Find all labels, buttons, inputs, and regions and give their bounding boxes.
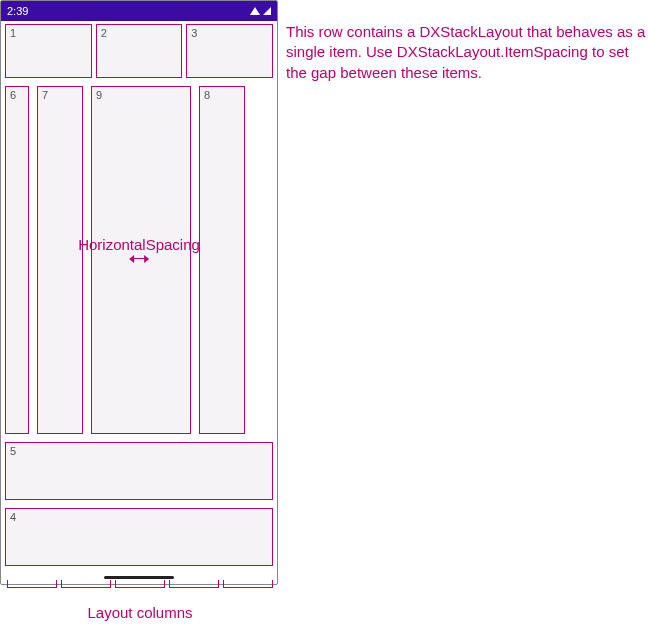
layout-columns-annotation: Layout columns — [4, 580, 276, 621]
column-bracket — [169, 580, 219, 588]
column-bracket — [223, 580, 273, 588]
column-bracket — [61, 580, 111, 588]
cell-2: 2 — [96, 24, 183, 78]
horizontal-spacing-label: HorizontalSpacing — [78, 236, 200, 253]
status-time: 2:39 — [7, 5, 28, 17]
phone-frame: 2:39 1 2 3 6 7 9 8 HorizontalSpacing — [0, 0, 278, 585]
column-brackets — [4, 580, 276, 590]
double-arrow-icon — [129, 255, 149, 263]
row-3: 5 — [5, 442, 273, 500]
row-1-stacklayout: 1 2 3 — [5, 24, 273, 78]
cell-4: 4 — [5, 508, 273, 566]
row-2: 6 7 9 8 HorizontalSpacing — [5, 86, 273, 434]
horizontal-spacing-annotation: HorizontalSpacing — [76, 236, 202, 263]
wifi-icon — [250, 7, 260, 15]
side-annotation: This row contains a DXStackLayout that b… — [286, 22, 646, 83]
cell-6: 6 — [5, 86, 29, 434]
cell-8: 8 — [199, 86, 245, 434]
status-bar: 2:39 — [1, 1, 277, 21]
signal-icon — [263, 7, 271, 15]
cell-3: 3 — [186, 24, 273, 78]
phone-body: 1 2 3 6 7 9 8 HorizontalSpacing 5 4 — [1, 21, 277, 570]
layout-columns-label: Layout columns — [4, 604, 276, 621]
row-4: 4 — [5, 508, 273, 566]
cell-5: 5 — [5, 442, 273, 500]
column-bracket — [7, 580, 57, 588]
status-icons — [250, 7, 271, 15]
nav-handle-icon — [104, 576, 174, 579]
cell-1: 1 — [5, 24, 92, 78]
column-bracket — [115, 580, 165, 588]
